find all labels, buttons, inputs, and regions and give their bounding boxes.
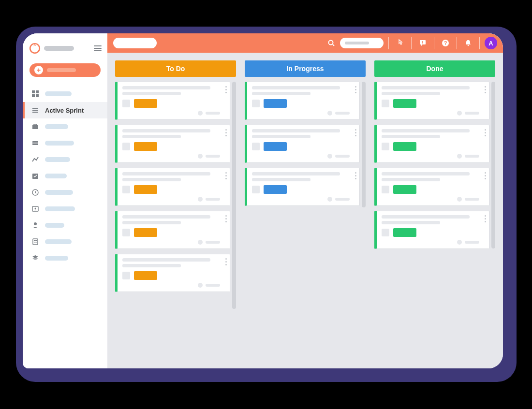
svg-rect-29 bbox=[422, 44, 423, 44]
search-input[interactable] bbox=[340, 38, 384, 48]
card-menu-icon[interactable] bbox=[225, 129, 227, 136]
chart-icon bbox=[31, 156, 39, 163]
nav-forms[interactable] bbox=[23, 234, 107, 250]
card-status-tag bbox=[393, 142, 416, 151]
card-status-tag bbox=[134, 99, 157, 108]
svg-rect-28 bbox=[422, 41, 423, 43]
svg-rect-3 bbox=[32, 94, 35, 97]
assignee-avatar bbox=[457, 197, 462, 202]
nav-users[interactable] bbox=[23, 217, 107, 234]
card-menu-icon[interactable] bbox=[225, 215, 227, 222]
card-status-tag bbox=[134, 271, 157, 280]
assignee-avatar bbox=[198, 154, 203, 159]
nav-timesheet[interactable] bbox=[23, 184, 107, 201]
task-card[interactable] bbox=[374, 125, 489, 163]
card-tag-row bbox=[382, 142, 479, 151]
nav-layers[interactable] bbox=[23, 250, 107, 266]
bell-icon[interactable] bbox=[462, 39, 474, 47]
svg-point-16 bbox=[34, 222, 37, 225]
task-card[interactable] bbox=[374, 168, 489, 206]
card-meta bbox=[335, 112, 350, 115]
card-tag-row bbox=[252, 142, 350, 151]
task-card[interactable] bbox=[245, 125, 360, 163]
card-title-line bbox=[382, 215, 470, 219]
assignee-avatar bbox=[457, 111, 462, 116]
card-status-tag bbox=[264, 99, 287, 108]
card-type-icon bbox=[252, 100, 260, 107]
task-card[interactable] bbox=[115, 168, 230, 206]
task-card[interactable] bbox=[115, 82, 230, 120]
help-icon[interactable]: ? bbox=[439, 39, 452, 47]
scrollbar[interactable] bbox=[362, 82, 366, 207]
card-menu-icon[interactable] bbox=[484, 86, 486, 93]
svg-marker-27 bbox=[421, 44, 423, 46]
layers-icon bbox=[31, 254, 39, 262]
pointer-icon[interactable] bbox=[394, 39, 406, 47]
card-menu-icon[interactable] bbox=[484, 129, 486, 136]
card-footer bbox=[122, 197, 220, 202]
task-card[interactable] bbox=[245, 82, 360, 120]
card-meta bbox=[206, 112, 220, 115]
column-header: To Do bbox=[115, 60, 236, 77]
card-menu-icon[interactable] bbox=[484, 215, 486, 222]
card-meta bbox=[465, 112, 479, 115]
create-button[interactable]: + bbox=[30, 63, 101, 77]
task-card[interactable] bbox=[115, 254, 230, 292]
card-subtitle-line bbox=[122, 135, 181, 138]
task-card[interactable] bbox=[115, 125, 230, 163]
card-menu-icon[interactable] bbox=[225, 86, 227, 93]
card-menu-icon[interactable] bbox=[484, 172, 486, 179]
card-menu-icon[interactable] bbox=[355, 86, 356, 93]
card-meta bbox=[206, 241, 220, 244]
svg-rect-9 bbox=[34, 124, 37, 126]
project-selector[interactable] bbox=[113, 38, 157, 48]
card-menu-icon[interactable] bbox=[225, 172, 227, 179]
svg-text:?: ? bbox=[444, 40, 447, 46]
task-card[interactable] bbox=[115, 211, 230, 249]
scrollbar[interactable] bbox=[491, 82, 495, 248]
svg-rect-2 bbox=[36, 90, 39, 93]
card-subtitle-line bbox=[382, 178, 440, 181]
nav-contacts[interactable] bbox=[23, 201, 107, 217]
card-type-icon bbox=[252, 186, 260, 193]
search-icon[interactable] bbox=[327, 39, 335, 47]
card-status-tag bbox=[134, 142, 157, 151]
feedback-icon[interactable] bbox=[416, 39, 429, 47]
card-title-line bbox=[252, 86, 340, 89]
assignee-avatar bbox=[327, 154, 332, 159]
column-inprogress: In Progress bbox=[245, 60, 366, 361]
card-title-line bbox=[252, 172, 340, 175]
card-menu-icon[interactable] bbox=[355, 172, 356, 179]
menu-toggle-icon[interactable] bbox=[94, 45, 102, 51]
form-icon bbox=[31, 238, 39, 246]
nav-reports[interactable] bbox=[23, 151, 107, 168]
nav-epics[interactable] bbox=[23, 135, 107, 151]
task-card[interactable] bbox=[374, 82, 489, 120]
card-status-tag bbox=[393, 185, 416, 194]
card-footer bbox=[382, 197, 479, 202]
card-subtitle-line bbox=[252, 135, 310, 138]
nav-backlog[interactable] bbox=[23, 118, 107, 135]
card-footer bbox=[252, 197, 350, 202]
task-card[interactable] bbox=[374, 211, 489, 249]
nav-active-sprint[interactable]: Active Sprint bbox=[23, 102, 107, 118]
svg-rect-1 bbox=[32, 90, 35, 93]
column-done: Done bbox=[374, 60, 495, 361]
svg-rect-7 bbox=[32, 112, 38, 113]
person-icon bbox=[31, 221, 39, 229]
card-type-icon bbox=[122, 229, 130, 236]
card-tag-row bbox=[382, 185, 479, 194]
card-status-tag bbox=[393, 228, 416, 237]
card-status-tag bbox=[264, 185, 287, 194]
card-tag-row bbox=[382, 99, 479, 108]
svg-rect-21 bbox=[35, 242, 37, 243]
card-menu-icon[interactable] bbox=[225, 258, 227, 265]
column-cards bbox=[245, 82, 360, 361]
card-menu-icon[interactable] bbox=[355, 129, 356, 136]
nav-dashboard[interactable] bbox=[23, 86, 107, 102]
user-avatar[interactable]: A bbox=[485, 37, 497, 49]
card-title-line bbox=[382, 172, 470, 175]
task-card[interactable] bbox=[245, 168, 360, 206]
scrollbar[interactable] bbox=[232, 82, 236, 309]
nav-tasks[interactable] bbox=[23, 168, 107, 184]
